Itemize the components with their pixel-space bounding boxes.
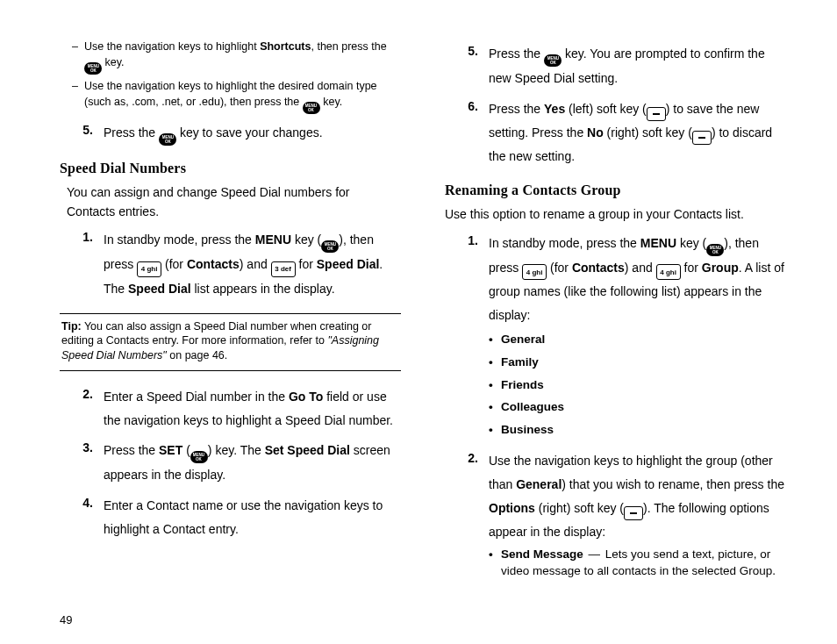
menu-ok-icon: MENUOK: [84, 62, 102, 75]
tip-box: Tip: You can also assign a Speed Dial nu…: [60, 313, 401, 372]
list-item: •Family: [489, 353, 786, 372]
step-2: 2. Use the navigation keys to highlight …: [445, 449, 786, 583]
right-softkey-icon: [692, 131, 712, 145]
step-3: 3. Press the SET (MENUOK) key. The Set S…: [60, 439, 401, 487]
step-1: 1. In standby mode, press the MENU key (…: [60, 228, 401, 300]
key-3-icon: 3 def: [271, 261, 296, 277]
menu-ok-icon: MENUOK: [544, 54, 562, 67]
key-4-icon: 4 ghi: [137, 261, 161, 277]
list-item: •Business: [489, 420, 786, 440]
menu-ok-icon: MENUOK: [321, 240, 339, 253]
list-item: •Friends: [489, 376, 786, 395]
intro-text: You can assign and change Speed Dial num…: [67, 183, 401, 221]
options-list: • Send Message — Lets you send a text, p…: [489, 547, 786, 580]
menu-ok-icon: MENUOK: [303, 102, 320, 114]
sub-dash-item: – Use the navigation keys to highlight t…: [72, 78, 401, 114]
manual-page: – Use the navigation keys to highlight S…: [0, 0, 837, 644]
intro-text: Use this option to rename a group in you…: [445, 205, 786, 225]
step-2: 2. Enter a Speed Dial number in the Go T…: [60, 385, 401, 432]
key-4-icon: 4 ghi: [522, 264, 547, 280]
right-softkey-icon: [624, 506, 643, 520]
list-item: •Colleagues: [489, 397, 786, 417]
left-column: – Use the navigation keys to highlight S…: [42, 35, 401, 608]
menu-ok-icon: MENUOK: [159, 133, 176, 146]
sub-dash-item: – Use the navigation keys to highlight S…: [72, 39, 401, 75]
step-4: 4. Enter a Contact name or use the navig…: [60, 494, 401, 540]
step-5: 5. Press the MENUOK key. You are prompte…: [445, 42, 786, 90]
list-item: • Send Message — Lets you send a text, p…: [489, 547, 786, 580]
sub-dash-list: – Use the navigation keys to highlight S…: [72, 39, 401, 114]
left-softkey-icon: [647, 107, 666, 121]
list-item: •General: [489, 330, 786, 349]
group-list: •General •Family •Friends •Colleagues •B…: [489, 330, 786, 439]
step-5: 5. Press the MENUOK key to save your cha…: [60, 121, 401, 146]
key-4-icon: 4 ghi: [656, 264, 681, 280]
heading-speed-dial: Speed Dial Numbers: [60, 158, 401, 180]
step-1: 1. In standby mode, press the MENU key (…: [445, 232, 786, 443]
menu-ok-icon: MENUOK: [706, 244, 724, 256]
page-number: 49: [42, 613, 795, 626]
right-column: 5. Press the MENUOK key. You are prompte…: [445, 35, 795, 608]
menu-ok-icon: MENUOK: [190, 451, 208, 463]
step-6: 6. Press the Yes (left) soft key () to s…: [445, 97, 786, 168]
heading-renaming-group: Renaming a Contacts Group: [445, 180, 786, 202]
